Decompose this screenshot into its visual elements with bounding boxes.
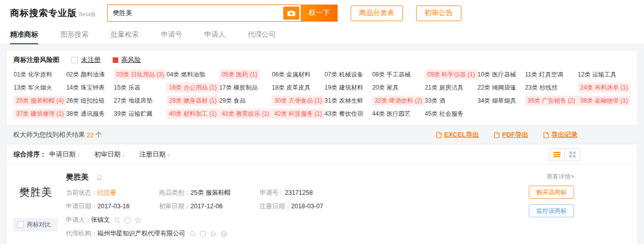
- star-icon[interactable]: [134, 217, 141, 224]
- risk-category[interactable]: 18类 皮革皮具: [272, 84, 325, 92]
- export-link[interactable]: EXCEL导出: [436, 130, 479, 139]
- risk-category[interactable]: 13类 军火烟火: [14, 84, 66, 92]
- globe-icon[interactable]: [220, 230, 227, 237]
- risk-category[interactable]: 34类 烟草烟具: [477, 97, 525, 105]
- legend-high-risk[interactable]: 高风险: [113, 55, 141, 64]
- shield-icon[interactable]: [124, 217, 131, 224]
- tab[interactable]: 申请人: [204, 26, 225, 44]
- search-bar: 权一下: [107, 5, 338, 22]
- risk-category[interactable]: 25类 服装鞋帽 (4): [14, 97, 66, 105]
- risk-category[interactable]: 19类 建筑材料: [325, 84, 372, 92]
- view-details-link[interactable]: 查看详情>: [546, 173, 574, 181]
- field-first-trial-date: 初审日期：2017-12-06: [159, 200, 260, 213]
- tab[interactable]: 批量检索: [111, 26, 139, 44]
- risk-category[interactable]: 01类 化学原料: [14, 70, 66, 79]
- risk-category[interactable]: 28类 健身器材 (1): [167, 97, 219, 105]
- export-link[interactable]: PDF导出: [494, 130, 528, 139]
- field-registration-date: 注册日期：2018-03-07: [260, 200, 504, 213]
- risk-category[interactable]: 26类 纽扣拉链: [66, 97, 114, 105]
- risk-category[interactable]: 12类 运输工具: [578, 70, 630, 79]
- risk-category[interactable]: 22类 绳网袋篷: [477, 84, 525, 92]
- grid-view-button[interactable]: [565, 149, 580, 160]
- risk-category[interactable]: 32类 啤酒饮料 (2): [372, 97, 425, 105]
- tab[interactable]: 代理公司: [248, 26, 276, 44]
- compare-label: 商标对比: [27, 220, 51, 229]
- compare-toggle[interactable]: 商标对比: [14, 218, 58, 231]
- risk-category[interactable]: 15类 乐器: [114, 84, 167, 92]
- risk-category[interactable]: 20类 家具: [372, 84, 425, 92]
- risk-category[interactable]: 31类 农林生鲜: [325, 97, 372, 105]
- result-title-link[interactable]: 樊胜美: [66, 173, 89, 182]
- unregistered-checkbox[interactable]: [71, 57, 78, 63]
- risk-category[interactable]: 38类 通讯服务: [66, 110, 114, 118]
- risk-category[interactable]: 29类 食品: [219, 97, 272, 105]
- risk-category[interactable]: 40类 材料加工 (1): [167, 110, 219, 118]
- risk-category[interactable]: 14类 珠宝钟表: [66, 84, 114, 92]
- results-count-suffix: 个: [95, 130, 102, 139]
- header-action-button[interactable]: 商品分类表: [351, 6, 403, 21]
- risk-category[interactable]: 35类 广告销售 (2): [525, 97, 578, 105]
- tab[interactable]: 图形搜索: [60, 26, 89, 44]
- risk-category[interactable]: 27类 地毯席垫: [114, 97, 167, 105]
- legend-unregistered[interactable]: 未注册: [71, 55, 101, 64]
- risk-category[interactable]: 17类 橡胶制品: [219, 84, 272, 92]
- risk-category[interactable]: 44类 医疗园艺: [372, 110, 425, 118]
- search-input[interactable]: [108, 10, 283, 17]
- result-details: 樊胜美 当前状态：已注册 商品类别：25类 服装鞋帽 申请号：23171258 …: [66, 172, 504, 244]
- trademark-image[interactable]: 樊胜美: [14, 179, 58, 206]
- tab[interactable]: 申请号: [161, 26, 182, 44]
- risk-category[interactable]: 21类 厨房洁具: [425, 84, 477, 92]
- info-row-applicant: 申请人： 张镇文: [66, 213, 504, 227]
- risk-category[interactable]: 10类 医疗器械: [477, 70, 525, 79]
- search-icon[interactable]: [114, 217, 121, 224]
- risk-category[interactable]: 08类 手工器械: [372, 70, 425, 79]
- risk-category[interactable]: 16类 办公用品 (1): [167, 84, 219, 92]
- sort-down-arrow-icon: ↓: [77, 150, 80, 158]
- agency-name: 福州华星知识产权代理有限公司: [98, 227, 186, 240]
- view-toggle: [549, 148, 580, 160]
- buy-trademark-button[interactable]: 购买该商标: [529, 186, 574, 199]
- search-icon[interactable]: [189, 230, 196, 237]
- shield-icon[interactable]: [200, 230, 206, 237]
- risk-category[interactable]: 45类 社会服务: [425, 110, 477, 118]
- list-view-button[interactable]: [549, 149, 565, 160]
- risk-category[interactable]: 09类 科学仪器 (1): [425, 70, 477, 79]
- sort-option[interactable]: 初审日期↓: [95, 150, 126, 159]
- risk-category[interactable]: 37类 建筑修理 (1): [14, 110, 66, 118]
- monitor-trademark-button[interactable]: 监控该商标: [529, 204, 574, 217]
- results-card: 综合排序： 申请日期↓ 初审日期↓ 注册日期↓: [6, 144, 638, 244]
- search-submit-button[interactable]: 权一下: [301, 5, 338, 22]
- export-link[interactable]: 导出记录: [543, 130, 578, 139]
- risk-category[interactable]: 41类 教育娱乐 (1): [219, 110, 272, 118]
- risk-category[interactable]: 23类 纱线丝: [525, 84, 578, 92]
- risk-category[interactable]: 11类 灯具空调: [525, 70, 578, 79]
- export-doc-icon: [543, 132, 549, 138]
- sort-option[interactable]: 注册日期↓: [139, 150, 171, 159]
- risk-category[interactable]: 30类 方便食品 (1): [272, 97, 325, 105]
- app-logo: 商标搜索专业版 Beta版: [10, 7, 96, 19]
- risk-category[interactable]: 33类 酒: [425, 97, 477, 105]
- risk-category[interactable]: 04类 燃料油脂: [167, 70, 219, 79]
- risk-category[interactable]: 02类 颜料油漆: [66, 70, 114, 79]
- compare-checkbox[interactable]: [17, 221, 24, 228]
- risk-category[interactable]: 42类 科技服务 (1): [272, 110, 325, 118]
- risk-category[interactable]: 24类 布料床单 (1): [578, 84, 630, 92]
- risk-category[interactable]: 36类 金融物管 (1): [578, 97, 630, 105]
- image-search-button[interactable]: [283, 7, 299, 20]
- risk-category[interactable]: 05类 医药 (1): [219, 70, 272, 79]
- risk-category[interactable]: 43类 餐饮住宿: [325, 110, 372, 118]
- sort-option[interactable]: 申请日期↓: [49, 150, 80, 159]
- export-doc-icon: [494, 132, 500, 138]
- risk-category[interactable]: 06类 金属材料: [272, 70, 325, 79]
- star-icon[interactable]: [210, 230, 217, 237]
- header: 商标搜索专业版 Beta版 权一下 商品分类表 初审公告: [0, 0, 644, 26]
- sort-down-arrow-icon: ↓: [122, 150, 126, 158]
- risk-category[interactable]: 07类 机械设备: [325, 70, 372, 79]
- tab[interactable]: 精准商标: [10, 26, 38, 44]
- grid-view-icon: [570, 151, 576, 157]
- risk-map-header: 商标注册风险图 未注册 高风险: [14, 55, 630, 64]
- header-action-button[interactable]: 初审公告: [416, 6, 461, 21]
- risk-category[interactable]: 03类 日化用品 (3): [114, 70, 167, 79]
- risk-category[interactable]: 39类 运输贮藏: [114, 110, 167, 118]
- field-goods-class: 商品类别：25类 服装鞋帽: [159, 186, 260, 200]
